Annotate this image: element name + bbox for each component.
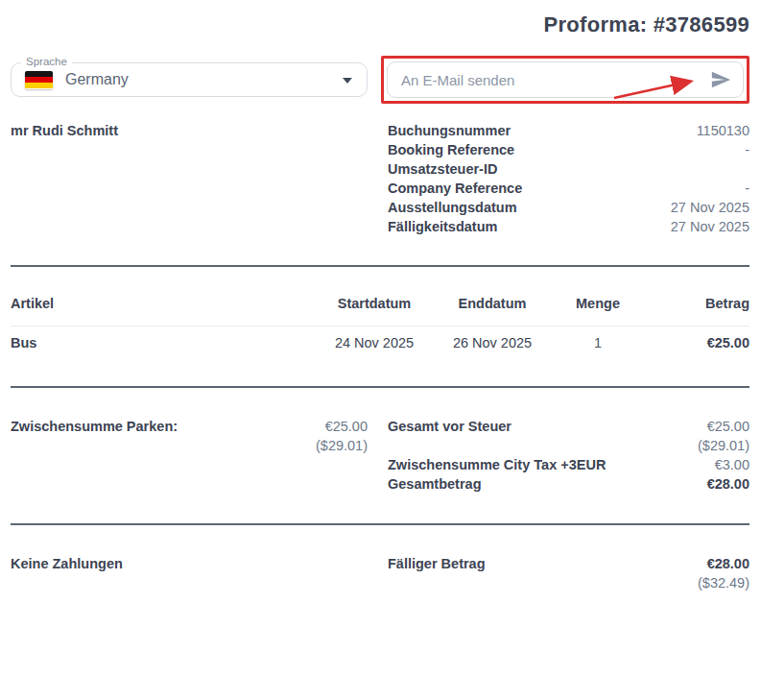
- column-header-artikel: Artikel: [11, 296, 318, 311]
- detail-label: Ausstellungsdatum: [388, 198, 517, 217]
- due-usd: ($32.49): [698, 575, 749, 591]
- total-row-city-tax: Zwischensumme City Tax +3EUR €3.00: [388, 455, 749, 474]
- detail-row: Fälligkeitsdatum 27 Nov 2025: [388, 217, 749, 236]
- item-quantity: 1: [554, 335, 642, 350]
- column-header-startdatum: Startdatum: [318, 296, 431, 311]
- amount-due-label: Fälliger Betrag: [388, 554, 486, 573]
- send-email-button[interactable]: [710, 69, 731, 90]
- language-select[interactable]: Sprache Germany: [11, 62, 368, 97]
- section-divider: [11, 523, 749, 525]
- controls-row: Sprache Germany: [11, 56, 749, 104]
- info-row: mr Rudi Schmitt Buchungsnummer 1150130 B…: [11, 121, 749, 236]
- parking-subtotal-label: Zwischensumme Parken:: [11, 417, 178, 436]
- table-header-row: Artikel Startdatum Enddatum Menge Betrag: [11, 296, 749, 311]
- amount-due: Fälliger Betrag €28.00 ($32.49): [388, 554, 749, 592]
- item-start-date: 24 Nov 2025: [318, 335, 431, 350]
- totals-section: Zwischensumme Parken: €25.00 ($29.01) Ge…: [11, 417, 749, 494]
- total-value: €3.00: [715, 455, 749, 474]
- total-eur: €25.00: [707, 419, 749, 434]
- detail-label: Company Reference: [388, 179, 522, 198]
- send-icon: [710, 69, 731, 90]
- table-row: Bus 24 Nov 2025 26 Nov 2025 1 €25.00: [11, 326, 749, 350]
- detail-label: Booking Reference: [388, 140, 514, 159]
- section-divider: [11, 386, 749, 388]
- item-amount: €25.00: [642, 335, 749, 350]
- detail-row: Ausstellungsdatum 27 Nov 2025: [388, 198, 749, 217]
- page-title: Proforma: #3786599: [543, 12, 749, 36]
- proforma-invoice-page: Proforma: #3786599 Sprache Germany: [0, 0, 761, 700]
- total-label: Gesamt vor Steuer: [388, 417, 511, 436]
- item-end-date: 26 Nov 2025: [431, 335, 554, 350]
- detail-value: 27 Nov 2025: [671, 198, 749, 217]
- email-input[interactable]: [401, 72, 710, 88]
- title-row: Proforma: #3786599: [11, 0, 749, 37]
- subtotal-eur: €25.00: [325, 419, 368, 434]
- chevron-down-icon: [343, 78, 352, 84]
- column-header-betrag: Betrag: [642, 296, 749, 311]
- total-value: €25.00 ($29.01): [698, 417, 749, 455]
- detail-label: Buchungsnummer: [388, 121, 511, 140]
- booking-details: Buchungsnummer 1150130 Booking Reference…: [388, 121, 749, 236]
- email-send-annotation-box: [381, 56, 749, 104]
- detail-value: 1150130: [697, 121, 749, 140]
- total-row-grand-total: Gesamtbetrag €28.00: [388, 474, 749, 494]
- total-label: Zwischensumme City Tax +3EUR: [388, 455, 606, 474]
- detail-value: -: [745, 179, 749, 198]
- payments-section: Keine Zahlungen Fälliger Betrag €28.00 (…: [11, 554, 749, 592]
- detail-label: Fälligkeitsdatum: [388, 217, 497, 236]
- column-header-menge: Menge: [554, 296, 642, 311]
- germany-flag-icon: [25, 71, 53, 89]
- items-table: Artikel Startdatum Enddatum Menge Betrag…: [11, 296, 749, 350]
- language-select-label: Sprache: [21, 56, 72, 67]
- detail-row: Booking Reference -: [388, 140, 749, 159]
- subtotal-usd: ($29.01): [316, 438, 368, 453]
- due-eur: €28.00: [698, 554, 749, 573]
- parking-subtotal: Zwischensumme Parken: €25.00 ($29.01): [11, 417, 368, 455]
- detail-row: Umsatzsteuer-ID: [388, 159, 749, 179]
- total-label: Gesamtbetrag: [388, 474, 482, 494]
- total-value: €28.00: [707, 474, 749, 494]
- payments-status: Keine Zahlungen: [11, 554, 123, 573]
- detail-value: 27 Nov 2025: [671, 217, 749, 236]
- detail-value: -: [745, 140, 749, 159]
- detail-row: Buchungsnummer 1150130: [388, 121, 749, 140]
- amount-due-value: €28.00 ($32.49): [698, 554, 749, 592]
- total-usd: ($29.01): [698, 438, 749, 453]
- total-row-pre-tax: Gesamt vor Steuer €25.00 ($29.01): [388, 417, 749, 455]
- detail-row: Company Reference -: [388, 179, 749, 198]
- section-divider: [11, 265, 749, 267]
- customer-name: mr Rudi Schmitt: [11, 121, 118, 140]
- language-select-value: Germany: [65, 71, 129, 88]
- email-input-box: [387, 61, 744, 98]
- detail-label: Umsatzsteuer-ID: [388, 159, 497, 179]
- column-header-enddatum: Enddatum: [431, 296, 554, 311]
- parking-subtotal-value: €25.00 ($29.01): [316, 417, 368, 455]
- invoice-totals: Gesamt vor Steuer €25.00 ($29.01) Zwisch…: [388, 417, 749, 494]
- item-name: Bus: [11, 335, 318, 350]
